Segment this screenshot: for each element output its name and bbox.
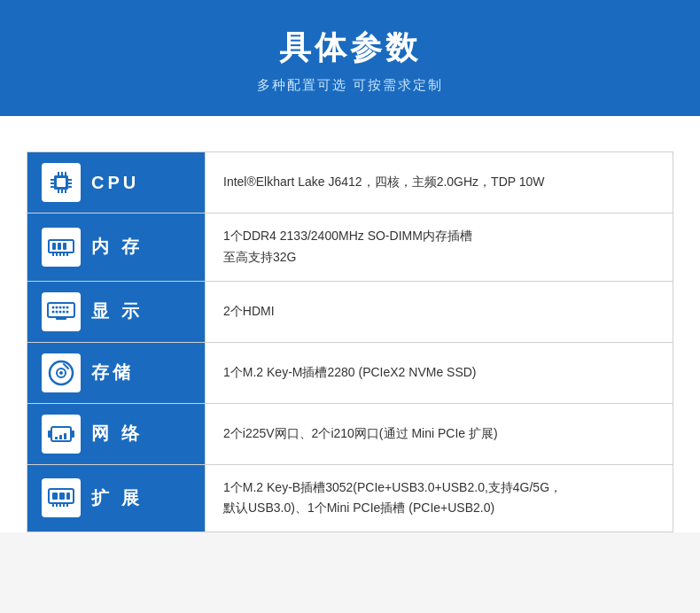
spacer [0, 116, 700, 151]
display-icon [42, 292, 81, 331]
svg-rect-22 [66, 252, 68, 256]
storage-icon [42, 353, 81, 392]
svg-rect-13 [68, 186, 72, 188]
svg-rect-44 [64, 433, 66, 439]
header-banner: 具体参数 多种配置可选 可按需求定制 [0, 0, 700, 116]
spec-value-memory: 1个DDR4 2133/2400MHz SO-DIMM内存插槽 至高支持32G [205, 213, 673, 281]
svg-point-25 [56, 306, 58, 308]
svg-point-24 [52, 306, 55, 308]
spec-label-display: 显 示 [27, 282, 205, 342]
svg-rect-16 [58, 243, 61, 250]
svg-rect-7 [65, 190, 66, 193]
spec-value-text-expansion: 1个M.2 Key-B插槽3052(PCIe+USB3.0+USB2.0,支持4… [223, 477, 655, 520]
svg-rect-19 [56, 252, 58, 256]
svg-point-27 [63, 306, 66, 308]
expansion-icon [42, 478, 81, 517]
svg-rect-17 [63, 243, 66, 250]
svg-rect-40 [48, 431, 51, 438]
spec-value-expansion: 1个M.2 Key-B插槽3052(PCIe+USB3.0+USB2.0,支持4… [205, 465, 673, 532]
svg-rect-2 [58, 172, 59, 175]
svg-rect-43 [59, 435, 62, 439]
svg-rect-49 [52, 503, 54, 507]
svg-rect-21 [63, 252, 65, 256]
svg-point-31 [59, 310, 62, 313]
svg-point-33 [66, 310, 69, 313]
spec-row-cpu: CPU Intel®Elkhart Lake J6412，四核，主频2.0GHz… [27, 152, 673, 213]
svg-rect-34 [56, 317, 66, 320]
svg-point-28 [66, 306, 69, 308]
svg-point-37 [59, 371, 63, 375]
spec-label-memory: 内 存 [27, 213, 205, 281]
spec-label-text-cpu: CPU [91, 173, 139, 193]
spec-value-text-memory: 1个DDR4 2133/2400MHz SO-DIMM内存插槽 至高支持32G [223, 226, 655, 268]
spec-label-expansion: 扩 展 [27, 465, 205, 532]
spec-row-expansion: 扩 展 1个M.2 Key-B插槽3052(PCIe+USB3.0+USB2.0… [27, 465, 673, 532]
svg-rect-20 [59, 252, 61, 256]
spec-label-storage: 存储 [27, 343, 205, 403]
spec-value-text-display: 2个HDMI [223, 301, 655, 322]
spec-label-network: 网 络 [27, 404, 205, 464]
network-icon [42, 415, 81, 454]
svg-point-30 [56, 310, 58, 313]
svg-rect-23 [48, 303, 74, 317]
spec-value-text-storage: 1个M.2 Key-M插槽2280 (PCIeX2 NVMe SSD) [223, 362, 655, 384]
spec-table: CPU Intel®Elkhart Lake J6412，四核，主频2.0GHz… [27, 151, 673, 532]
svg-rect-15 [52, 243, 56, 250]
svg-rect-10 [51, 186, 54, 188]
spec-value-text-cpu: Intel®Elkhart Lake J6412，四核，主频2.0GHz，TDP… [223, 172, 655, 193]
svg-rect-5 [58, 190, 59, 193]
spec-value-text-network: 2个i225V网口、2个i210网口(通过 Mini PCIe 扩展) [223, 423, 655, 445]
spec-value-cpu: Intel®Elkhart Lake J6412，四核，主频2.0GHz，TDP… [205, 152, 673, 213]
page-wrapper: 具体参数 多种配置可选 可按需求定制 [0, 0, 700, 532]
svg-rect-3 [61, 172, 63, 175]
svg-rect-47 [59, 493, 65, 500]
svg-rect-42 [55, 437, 58, 439]
svg-point-32 [63, 310, 66, 313]
svg-rect-51 [59, 503, 61, 507]
spec-row-storage: 存储 1个M.2 Key-M插槽2280 (PCIeX2 NVMe SSD) [27, 343, 673, 404]
spec-label-text-network: 网 络 [91, 422, 143, 446]
spec-value-storage: 1个M.2 Key-M插槽2280 (PCIeX2 NVMe SSD) [205, 343, 673, 403]
spec-label-text-expansion: 扩 展 [91, 486, 143, 510]
spec-value-network: 2个i225V网口、2个i210网口(通过 Mini PCIe 扩展) [205, 404, 673, 464]
spec-label-text-memory: 内 存 [91, 235, 143, 259]
svg-rect-8 [51, 179, 54, 181]
spec-value-display: 2个HDMI [205, 282, 673, 342]
svg-rect-53 [66, 503, 68, 507]
svg-point-26 [59, 306, 62, 308]
header-title: 具体参数 [18, 27, 682, 70]
spec-label-cpu: CPU [27, 152, 205, 213]
spec-row-display: 显 示 2个HDMI [27, 282, 673, 343]
spec-row-memory: 内 存 1个DDR4 2133/2400MHz SO-DIMM内存插槽 至高支持… [27, 213, 673, 282]
spec-label-text-display: 显 示 [91, 299, 143, 323]
svg-rect-41 [71, 431, 74, 438]
svg-rect-46 [52, 493, 58, 500]
svg-point-29 [52, 310, 55, 313]
cpu-icon [42, 163, 81, 202]
svg-rect-6 [61, 190, 63, 193]
svg-rect-12 [68, 182, 72, 184]
svg-rect-48 [66, 493, 70, 500]
svg-rect-1 [57, 178, 66, 187]
svg-rect-50 [56, 503, 58, 507]
svg-rect-18 [52, 252, 54, 256]
spec-label-text-storage: 存储 [91, 361, 134, 384]
spec-row-network: 网 络 2个i225V网口、2个i210网口(通过 Mini PCIe 扩展) [27, 404, 673, 465]
svg-rect-4 [65, 172, 66, 175]
header-subtitle: 多种配置可选 可按需求定制 [18, 77, 682, 94]
svg-rect-9 [51, 182, 54, 184]
memory-icon [42, 228, 81, 267]
svg-rect-52 [63, 503, 65, 507]
svg-rect-11 [68, 179, 72, 181]
